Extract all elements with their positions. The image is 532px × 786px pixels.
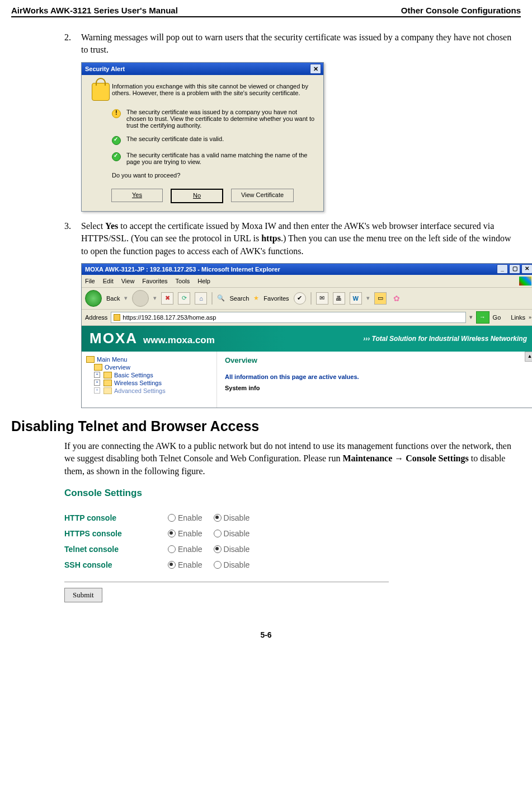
tree-basic-settings[interactable]: +Basic Settings (94, 372, 212, 378)
https-disable-radio[interactable] (214, 530, 222, 537)
moxa-tagline: ››› Total Solution for Industrial Wirele… (363, 335, 527, 343)
step-3: 3. Select Yes to accept the certificate … (64, 220, 518, 258)
stop-icon[interactable]: ✖ (161, 292, 173, 305)
row-telnet-console: Telnet console Enable Disable (64, 541, 261, 557)
ssh-disable-radio[interactable] (214, 561, 222, 569)
folder-icon (94, 364, 102, 371)
close-icon[interactable]: ✕ (310, 64, 321, 74)
ssh-enable-radio[interactable] (168, 561, 176, 569)
forward-button[interactable] (132, 290, 149, 307)
moxa-logo: MOXA (90, 330, 138, 347)
expand-icon[interactable]: + (94, 380, 100, 386)
row-http-console: HTTP console Enable Disable (64, 510, 261, 526)
http-disable-radio[interactable] (214, 514, 222, 522)
panel-title: Overview (225, 356, 527, 364)
submit-button[interactable]: Submit (64, 588, 102, 602)
go-button[interactable]: → (476, 311, 489, 324)
https-enable-radio[interactable] (168, 530, 176, 537)
media-icon[interactable]: ✔ (294, 292, 306, 305)
dialog-title: Security Alert (85, 66, 125, 72)
ie-flag-icon (519, 277, 531, 286)
minimize-icon[interactable]: _ (497, 264, 508, 274)
cert-date-valid: The security certificate date is valid. (126, 135, 224, 145)
expand-icon[interactable]: + (94, 372, 100, 378)
nav-tree: Main Menu Overview +Basic Settings +Wire… (82, 352, 217, 408)
telnet-disable-radio[interactable] (214, 545, 222, 553)
menu-tools[interactable]: Tools (176, 278, 190, 284)
folder-icon[interactable]: ▭ (374, 292, 387, 305)
menu-view[interactable]: View (121, 278, 135, 284)
view-certificate-button[interactable]: View Certificate (231, 189, 294, 202)
step-2-text: Warning messages will pop out to warn us… (81, 31, 518, 57)
header-left: AirWorks AWK-3121 Series User's Manual (11, 6, 178, 15)
folder-icon (103, 387, 112, 394)
check-icon (112, 136, 121, 145)
refresh-icon[interactable]: ⟳ (178, 292, 190, 305)
telnet-console-label: Telnet console (64, 541, 168, 557)
folder-icon (86, 356, 95, 363)
step-3-text: Select Yes to accept the certificate iss… (81, 220, 518, 258)
padlock-icon (114, 314, 120, 321)
browser-title: MOXA AWK-3121-JP : 192.168.127.253 - Mic… (85, 266, 280, 273)
divider (64, 582, 389, 582)
check-icon (112, 152, 121, 161)
overview-panel: ▲ Overview All information on this page … (217, 352, 532, 408)
step-3-number: 3. (64, 220, 81, 258)
tree-advanced-settings[interactable]: +Advanced Settings (94, 387, 212, 394)
search-label[interactable]: Search (229, 295, 249, 302)
cert-warning-text: The security certificate was issued by a… (126, 109, 316, 129)
edit-icon[interactable]: W (350, 292, 362, 305)
step-2: 2. Warning messages will pop out to warn… (64, 31, 518, 57)
go-label: Go (493, 314, 501, 321)
folder-icon (103, 372, 112, 378)
tree-wireless-settings[interactable]: +Wireless Settings (94, 380, 212, 386)
browser-titlebar: MOXA AWK-3121-JP : 192.168.127.253 - Mic… (82, 264, 532, 275)
console-settings-figure: Console Settings HTTP console Enable Dis… (64, 488, 389, 602)
print-icon[interactable]: 🖶 (333, 292, 345, 305)
menu-favorites[interactable]: Favorites (142, 278, 167, 284)
row-https-console: HTTPS console Enable Disable (64, 526, 261, 541)
tree-overview[interactable]: Overview (94, 364, 212, 371)
cert-name-valid: The security certificate has a valid nam… (126, 152, 316, 165)
warning-icon (112, 109, 121, 118)
scroll-up-icon[interactable]: ▲ (525, 352, 532, 362)
page-header: AirWorks AWK-3121 Series User's Manual O… (11, 6, 521, 17)
home-icon[interactable]: ⌂ (195, 292, 207, 305)
dialog-intro: Information you exchange with this site … (112, 83, 316, 101)
section-paragraph: If you are connecting the AWK to a publi… (11, 440, 521, 478)
tree-main-menu[interactable]: Main Menu (86, 356, 212, 363)
browser-menu: File Edit View Favorites Tools Help (82, 275, 532, 288)
search-icon[interactable]: 🔍 (217, 294, 225, 302)
section-title: Disabling Telnet and Browser Access (11, 418, 521, 434)
links-label[interactable]: Links (511, 314, 525, 321)
menu-help[interactable]: Help (197, 278, 210, 284)
mail-icon[interactable]: ✉ (316, 292, 328, 305)
moxa-url: www.moxa.com (143, 335, 215, 346)
header-right: Other Console Configurations (401, 6, 521, 15)
menu-edit[interactable]: Edit (103, 278, 114, 284)
maximize-icon[interactable]: ▢ (509, 264, 520, 274)
http-enable-radio[interactable] (168, 514, 176, 522)
menu-file[interactable]: File (85, 278, 95, 284)
console-settings-title: Console Settings (64, 488, 389, 499)
http-console-label: HTTP console (64, 510, 168, 526)
favorites-label[interactable]: Favorites (263, 295, 289, 302)
close-icon[interactable]: ✕ (521, 264, 532, 274)
ssh-console-label: SSH console (64, 557, 168, 573)
back-label: Back (106, 295, 120, 302)
dialog-titlebar: Security Alert ✕ (82, 63, 323, 75)
no-button[interactable]: No (171, 189, 223, 203)
expand-icon[interactable]: + (94, 387, 100, 394)
system-info-label: System info (225, 385, 527, 391)
moxa-banner: MOXA www.moxa.com ››› Total Solution for… (82, 326, 532, 352)
yes-button[interactable]: Yes (111, 189, 163, 202)
back-button[interactable] (85, 290, 102, 307)
telnet-enable-radio[interactable] (168, 545, 176, 553)
panel-info: All information on this page are active … (225, 373, 527, 380)
address-value: https://192.168.127.253/home.asp (123, 312, 216, 322)
messenger-icon[interactable]: ✿ (391, 293, 402, 304)
row-ssh-console: SSH console Enable Disable (64, 557, 261, 573)
page-number: 5-6 (11, 630, 521, 639)
address-input[interactable]: https://192.168.127.253/home.asp (111, 312, 465, 323)
favorites-star-icon[interactable]: ★ (253, 294, 259, 302)
